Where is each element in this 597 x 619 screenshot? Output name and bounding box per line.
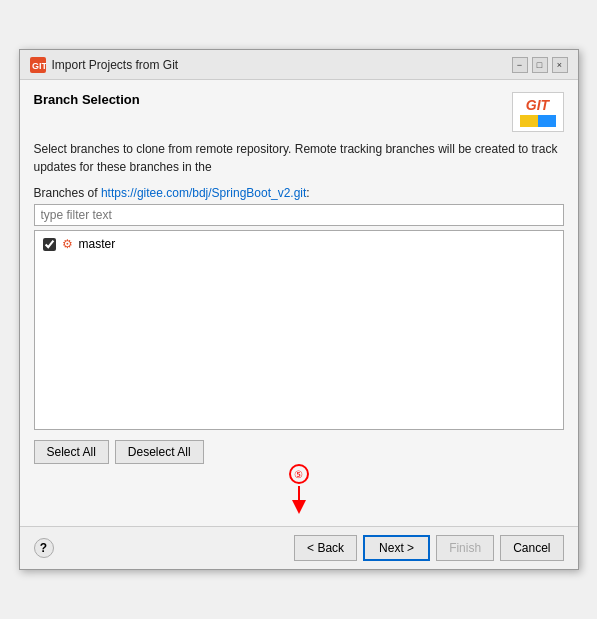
footer-left: ?: [34, 538, 54, 558]
next-button[interactable]: Next >: [363, 535, 430, 561]
annotation-number: ⑤: [289, 464, 309, 484]
section-title-group: Branch Selection: [34, 92, 140, 107]
import-dialog: GIT Import Projects from Git − □ × Branc…: [19, 49, 579, 570]
branch-name: master: [79, 237, 116, 251]
maximize-button[interactable]: □: [532, 57, 548, 73]
minimize-button[interactable]: −: [512, 57, 528, 73]
description-text: Select branches to clone from remote rep…: [34, 140, 564, 176]
select-all-button[interactable]: Select All: [34, 440, 109, 464]
branches-label: Branches of https://gitee.com/bdj/Spring…: [34, 186, 564, 200]
footer-buttons: < Back Next > Finish Cancel: [294, 535, 563, 561]
deselect-all-button[interactable]: Deselect All: [115, 440, 204, 464]
window-controls: − □ ×: [512, 57, 568, 73]
finish-button: Finish: [436, 535, 494, 561]
title-bar-left: GIT Import Projects from Git: [30, 57, 179, 73]
branch-checkbox[interactable]: [43, 238, 56, 251]
dialog-body: Branch Selection GIT Select branches to …: [20, 80, 578, 526]
selection-buttons: Select All Deselect All: [34, 440, 564, 464]
git-logo: GIT: [512, 92, 564, 132]
annotation-arrow: [289, 486, 309, 517]
help-button[interactable]: ?: [34, 538, 54, 558]
repo-url: https://gitee.com/bdj/SpringBoot_v2.git: [101, 186, 306, 200]
svg-marker-3: [292, 500, 306, 514]
filter-input[interactable]: [34, 204, 564, 226]
title-bar: GIT Import Projects from Git − □ ×: [20, 50, 578, 80]
section-header: Branch Selection GIT: [34, 92, 564, 132]
dialog-title: Import Projects from Git: [52, 58, 179, 72]
back-button[interactable]: < Back: [294, 535, 357, 561]
svg-text:GIT: GIT: [32, 61, 46, 71]
branch-item: ⚙ master: [37, 235, 561, 253]
annotation-area: ⑤: [34, 464, 564, 514]
git-window-icon: GIT: [30, 57, 46, 73]
close-button[interactable]: ×: [552, 57, 568, 73]
section-title: Branch Selection: [34, 92, 140, 107]
branch-list: ⚙ master: [34, 230, 564, 430]
branch-icon: ⚙: [62, 237, 73, 251]
dialog-footer: ? < Back Next > Finish Cancel: [20, 526, 578, 569]
cancel-button[interactable]: Cancel: [500, 535, 563, 561]
